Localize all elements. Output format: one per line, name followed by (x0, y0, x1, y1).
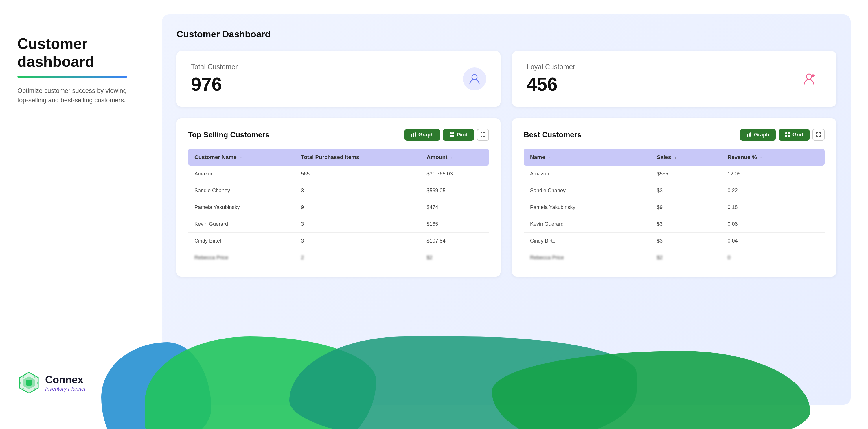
loyal-customer-icon (799, 67, 822, 91)
graph-icon (411, 132, 416, 137)
svg-point-10 (472, 74, 477, 80)
table-row: Sandie Chaney $3 0.22 (524, 183, 825, 199)
table-row: Pamela Yakubinsky 9 $474 (188, 199, 489, 216)
cell-customer-name: Sandie Chaney (188, 183, 294, 199)
table-row: Pamela Yakubinsky $9 0.18 (524, 199, 825, 216)
svg-point-4 (20, 382, 21, 384)
svg-rect-12 (411, 134, 412, 137)
best-customers-grid-label: Grid (793, 132, 803, 138)
cell-customer-name: Rebecca Price (188, 250, 294, 266)
cell-customer-name: Amazon (188, 166, 294, 183)
best-customers-graph-button[interactable]: Graph (740, 129, 776, 141)
top-selling-header: Top Selling Customers Graph (188, 129, 489, 141)
best-customers-grid-button[interactable]: Grid (779, 129, 810, 141)
top-selling-grid-button[interactable]: Grid (443, 129, 474, 141)
top-selling-expand-button[interactable] (477, 129, 489, 141)
total-customer-card: Total Customer 976 (177, 51, 500, 107)
best-customers-controls: Graph Grid (740, 129, 825, 141)
cell-amount: $474 (421, 199, 489, 216)
best-customers-title: Best Customers (524, 130, 581, 139)
svg-rect-25 (788, 135, 790, 137)
dashboard-title: Customer Dashboard (177, 29, 836, 40)
svg-rect-21 (750, 132, 751, 137)
svg-rect-20 (748, 133, 750, 137)
cell-revenue: 0 (721, 250, 825, 266)
loyal-customer-info: Loyal Customer 456 (527, 63, 575, 95)
cell-best-name: Amazon (524, 166, 650, 183)
cell-sales: $3 (650, 216, 721, 233)
total-customer-info: Total Customer 976 (191, 63, 238, 95)
svg-point-9 (34, 388, 36, 389)
table-row: Sandie Chaney 3 $569.05 (188, 183, 489, 199)
table-row: Kevin Guerard $3 0.06 (524, 216, 825, 233)
svg-rect-22 (785, 132, 787, 134)
best-expand-icon (816, 132, 821, 137)
svg-rect-17 (450, 135, 452, 137)
cell-customer-name: Kevin Guerard (188, 216, 294, 233)
best-customers-card: Best Customers Graph (512, 118, 836, 277)
svg-rect-18 (452, 135, 454, 137)
cell-revenue: 12.05 (721, 166, 825, 183)
svg-rect-3 (26, 380, 32, 386)
svg-rect-15 (450, 132, 452, 134)
page-description: Optimize customer success by viewing top… (18, 86, 127, 105)
expand-icon (480, 132, 485, 137)
cell-items: 3 (294, 233, 420, 250)
best-col-name: Name ↑ (524, 149, 650, 166)
top-selling-col-name: Customer Name ↑ (188, 149, 294, 166)
cell-amount: $107.84 (421, 233, 489, 250)
cell-best-name: Cindy Birtel (524, 233, 650, 250)
top-selling-grid-label: Grid (457, 132, 468, 138)
dashboard-panel: Customer Dashboard Total Customer 976 Lo… (162, 14, 850, 405)
svg-rect-24 (785, 135, 787, 137)
best-col-revenue: Revenue % ↑ (721, 149, 825, 166)
best-customers-table: Name ↑ Sales ↑ Revenue % ↑ Amazon $585 1… (524, 149, 825, 266)
table-row: Cindy Birtel $3 0.04 (524, 233, 825, 250)
top-selling-title: Top Selling Customers (188, 130, 269, 139)
cell-sales: $585 (650, 166, 721, 183)
logo-area: Connex Inventory Planner (18, 371, 145, 394)
top-selling-col-amount: Amount ↑ (421, 149, 489, 166)
svg-rect-14 (414, 132, 416, 137)
best-col-sales: Sales ↑ (650, 149, 721, 166)
top-selling-graph-label: Graph (418, 132, 434, 138)
table-row: Rebecca Price $2 0 (524, 250, 825, 266)
cell-customer-name: Pamela Yakubinsky (188, 199, 294, 216)
title-underline (18, 76, 127, 78)
top-selling-graph-button[interactable]: Graph (404, 129, 440, 141)
logo-name: Connex (45, 374, 86, 386)
stats-row: Total Customer 976 Loyal Customer 456 (177, 51, 836, 107)
svg-point-7 (34, 376, 36, 378)
best-customers-graph-label: Graph (754, 132, 769, 138)
logo-subtitle: Inventory Planner (45, 386, 86, 392)
cell-best-name: Sandie Chaney (524, 183, 650, 199)
loyal-customer-label: Loyal Customer (527, 63, 575, 71)
cell-sales: $2 (650, 250, 721, 266)
svg-rect-23 (788, 132, 790, 134)
table-row: Amazon 585 $31,765.03 (188, 166, 489, 183)
best-customers-expand-button[interactable] (812, 129, 825, 141)
cell-best-name: Kevin Guerard (524, 216, 650, 233)
svg-point-8 (23, 388, 24, 389)
best-customers-header: Best Customers Graph (524, 129, 825, 141)
svg-point-5 (37, 382, 38, 384)
cell-items: 9 (294, 199, 420, 216)
tables-row: Top Selling Customers Graph (177, 118, 836, 277)
cell-amount: $2 (421, 250, 489, 266)
total-customer-value: 976 (191, 74, 238, 95)
cell-amount: $569.05 (421, 183, 489, 199)
sort-name-icon: ↑ (240, 155, 242, 160)
cell-customer-name: Cindy Birtel (188, 233, 294, 250)
cell-amount: $165 (421, 216, 489, 233)
cell-items: 3 (294, 216, 420, 233)
best-grid-icon (785, 132, 790, 137)
cell-sales: $3 (650, 183, 721, 199)
cell-items: 3 (294, 183, 420, 199)
cell-revenue: 0.18 (721, 199, 825, 216)
cell-amount: $31,765.03 (421, 166, 489, 183)
cell-sales: $3 (650, 233, 721, 250)
top-selling-card: Top Selling Customers Graph (177, 118, 500, 277)
table-row: Cindy Birtel 3 $107.84 (188, 233, 489, 250)
top-selling-controls: Graph Grid (404, 129, 489, 141)
best-sort-sales-icon: ↑ (675, 155, 677, 160)
